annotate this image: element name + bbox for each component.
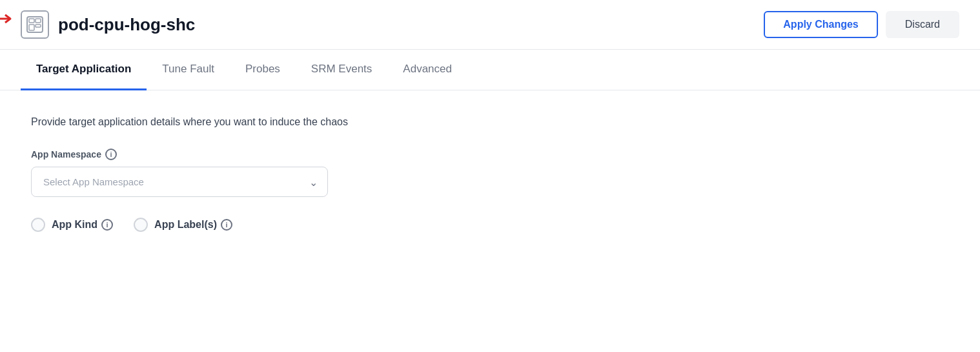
tab-srm-events[interactable]: SRM Events (296, 50, 387, 90)
app-labels-info-icon[interactable]: i (221, 219, 232, 231)
chaos-icon (26, 16, 44, 34)
main-content: Provide target application details where… (0, 90, 980, 258)
svg-rect-5 (36, 25, 41, 27)
namespace-label: App Namespace i (31, 149, 949, 160)
apply-changes-button[interactable]: Apply Changes (764, 11, 877, 38)
radio-label-app-labels: App Label(s) i (154, 219, 232, 231)
namespace-select-wrapper: Select App Namespace ⌄ (31, 167, 328, 197)
radio-circle-app-labels (134, 218, 148, 232)
svg-rect-2 (29, 19, 34, 23)
tab-probes[interactable]: Probes (230, 50, 296, 90)
radio-circle-app-kind (31, 218, 45, 232)
content-description: Provide target application details where… (31, 116, 949, 128)
radio-option-app-labels[interactable]: App Label(s) i (134, 218, 232, 232)
arrow-indicator-icon (0, 14, 17, 33)
namespace-info-icon[interactable]: i (105, 149, 117, 160)
radio-option-app-kind[interactable]: App Kind i (31, 218, 113, 232)
tab-tune-fault[interactable]: Tune Fault (147, 50, 230, 90)
discard-button[interactable]: Discard (886, 11, 959, 38)
page-title: pod-cpu-hog-shc (58, 15, 195, 35)
header-actions: Apply Changes Discard (764, 11, 959, 38)
tabs-nav: Target Application Tune Fault Probes SRM… (0, 50, 980, 90)
radio-group: App Kind i App Label(s) i (31, 218, 949, 232)
header: pod-cpu-hog-shc Apply Changes Discard (0, 0, 980, 50)
svg-rect-3 (36, 19, 41, 23)
tab-target-application[interactable]: Target Application (21, 50, 147, 90)
svg-rect-4 (29, 25, 34, 30)
tab-advanced[interactable]: Advanced (387, 50, 467, 90)
namespace-select[interactable]: Select App Namespace (31, 167, 328, 197)
header-left: pod-cpu-hog-shc (21, 10, 195, 39)
app-icon (21, 10, 49, 39)
app-kind-info-icon[interactable]: i (101, 219, 113, 231)
radio-label-app-kind: App Kind i (52, 219, 113, 231)
